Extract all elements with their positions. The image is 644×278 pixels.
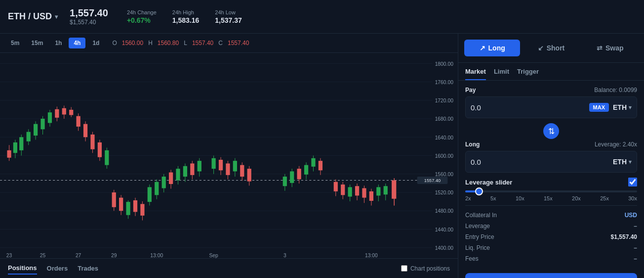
price-sub: $1,557.40	[70, 19, 111, 26]
tab-trades[interactable]: Trades	[78, 263, 98, 274]
leverage-slider-label: Leverage slider	[465, 179, 512, 186]
24h-change-block: 24h Change +0.67%	[127, 9, 157, 24]
long-row: Long Leverage: 2.40x ETH ▾	[465, 141, 637, 173]
long-token-label: ETH	[613, 158, 627, 166]
max-button[interactable]: MAX	[589, 103, 609, 112]
order-tabs: Market Limit Trigger	[458, 63, 644, 81]
slider-track	[465, 190, 637, 192]
long-token-select[interactable]: ETH ▾	[613, 158, 632, 166]
chevron-down-icon: ▾	[55, 13, 58, 20]
swap-label: Swap	[605, 44, 624, 52]
price-block: 1,557.40 $1,557.40	[70, 7, 111, 26]
svg-rect-112	[355, 186, 359, 195]
mark-20x: 20x	[572, 195, 581, 201]
svg-rect-72	[169, 173, 173, 184]
trade-form: Pay Balance: 0.0099 MAX ETH ▾ ⇅	[458, 81, 644, 278]
svg-text:Sep: Sep	[209, 253, 218, 258]
change-label: 24h Change	[127, 9, 157, 15]
pay-token-select[interactable]: ETH ▾	[613, 103, 632, 111]
bottom-bar: Positions Orders Trades Chart positions	[0, 258, 458, 278]
svg-rect-62	[133, 200, 137, 212]
collateral-value[interactable]: USD	[625, 212, 637, 219]
svg-rect-110	[348, 187, 352, 196]
pay-token-label: ETH	[613, 103, 627, 111]
svg-rect-88	[233, 161, 237, 171]
long-label: Long	[488, 44, 505, 52]
long-input[interactable]	[471, 158, 613, 166]
tf-1d[interactable]: 1d	[87, 38, 104, 48]
svg-rect-68	[155, 182, 159, 195]
svg-rect-92	[247, 169, 251, 182]
svg-rect-54	[105, 150, 109, 165]
short-icon: ↙	[538, 44, 544, 52]
mark-30x: 30x	[628, 195, 637, 201]
svg-rect-74	[176, 169, 180, 180]
mark-15x: 15x	[544, 195, 553, 201]
main-layout: 5m 15m 1h 4h 1d O 1560.00 H 1560.80 L 15…	[0, 34, 644, 278]
svg-rect-46	[77, 116, 80, 127]
leverage-toggle[interactable]	[628, 178, 637, 186]
mark-5x: 5x	[490, 195, 496, 201]
svg-text:1480.00: 1480.00	[435, 208, 453, 214]
tf-1h[interactable]: 1h	[50, 38, 67, 48]
stats-section: Collateral In USD Leverage – Entry Price…	[465, 205, 637, 268]
short-button[interactable]: ↙ Short	[523, 40, 579, 56]
fees-label: Fees	[465, 255, 479, 262]
ohlc-o-value: 1560.00	[122, 40, 143, 46]
slider-container: 2x 5x 10x 15x 20x 25x 30x	[465, 190, 637, 201]
cta-button[interactable]: Enter an amount	[465, 273, 637, 278]
slider-marks: 2x 5x 10x 15x 20x 25x 30x	[465, 195, 637, 201]
direction-swap-button[interactable]: ⇅	[543, 123, 559, 139]
long-label-row: Long Leverage: 2.40x	[465, 141, 637, 148]
svg-text:1640.00: 1640.00	[435, 135, 453, 140]
svg-rect-122	[392, 181, 396, 199]
long-icon: ↗	[480, 44, 485, 52]
svg-text:1557.40: 1557.40	[424, 178, 441, 183]
chart-positions-toggle[interactable]: Chart positions	[401, 265, 450, 272]
svg-rect-66	[148, 187, 152, 202]
chart-positions-checkbox[interactable]	[401, 265, 407, 272]
svg-text:1440.00: 1440.00	[435, 227, 453, 232]
tab-limit[interactable]: Limit	[494, 68, 509, 80]
svg-rect-50	[90, 135, 94, 149]
svg-rect-26	[7, 150, 11, 158]
svg-rect-86	[226, 163, 230, 175]
svg-rect-118	[376, 187, 380, 195]
pair-selector[interactable]: ETH / USD ▾	[8, 11, 58, 22]
collateral-row: Collateral In USD	[465, 210, 637, 221]
swap-btn-row: ⇅	[465, 123, 637, 139]
svg-rect-82	[211, 158, 215, 169]
swap-button[interactable]: ⇄ Swap	[582, 40, 638, 56]
pair-label: ETH / USD	[8, 11, 52, 22]
svg-text:29: 29	[111, 253, 117, 258]
svg-text:13:00: 13:00	[150, 253, 163, 258]
svg-text:3: 3	[283, 253, 286, 258]
tab-market[interactable]: Market	[465, 68, 486, 80]
slider-thumb[interactable]	[475, 187, 483, 195]
leverage-stat-row: Leverage –	[465, 221, 637, 232]
tab-positions[interactable]: Positions	[8, 262, 37, 275]
svg-rect-116	[369, 191, 373, 201]
svg-rect-100	[304, 165, 308, 175]
svg-rect-36	[40, 119, 44, 129]
trade-type-row: ↗ Long ↙ Short ⇄ Swap	[458, 34, 644, 63]
tab-trigger[interactable]: Trigger	[517, 68, 539, 80]
pay-input[interactable]	[471, 103, 589, 112]
collateral-label: Collateral In	[465, 212, 497, 219]
svg-rect-80	[198, 161, 201, 171]
svg-rect-70	[162, 177, 166, 188]
svg-rect-60	[126, 202, 130, 215]
svg-text:1800.00: 1800.00	[435, 61, 453, 66]
svg-text:1720.00: 1720.00	[435, 98, 453, 103]
svg-rect-106	[334, 182, 338, 191]
tf-4h[interactable]: 4h	[69, 38, 85, 48]
svg-text:1400.00: 1400.00	[435, 245, 453, 251]
swap-icon: ⇄	[597, 44, 603, 52]
tf-5m[interactable]: 5m	[6, 38, 24, 48]
ohlc-info: O 1560.00 H 1560.80 L 1557.40 C 1557.40	[112, 40, 249, 46]
fees-row: Fees –	[465, 253, 637, 264]
long-button[interactable]: ↗ Long	[464, 40, 520, 56]
tab-orders[interactable]: Orders	[47, 263, 68, 274]
svg-rect-108	[341, 185, 345, 195]
tf-15m[interactable]: 15m	[26, 38, 48, 48]
